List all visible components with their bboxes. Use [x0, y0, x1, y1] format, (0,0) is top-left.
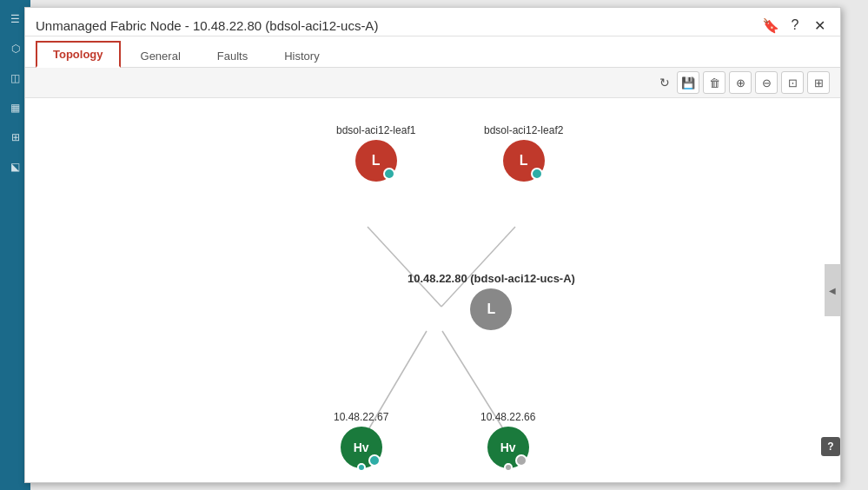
node-host1-label: 10.48.22.67 [334, 411, 388, 423]
node-host2-badge [515, 454, 527, 467]
node-leaf2-label: bdsol-aci12-leaf2 [484, 124, 563, 136]
tabs-bar: Topology General Faults History [25, 40, 840, 68]
node-host1-letter: Hv [354, 440, 369, 454]
node-leaf1[interactable]: bdsol-aci12-leaf1 L [336, 124, 415, 182]
node-leaf1-label: bdsol-aci12-leaf1 [336, 124, 415, 136]
title-bar: Unmanaged Fabric Node - 10.48.22.80 (bds… [25, 8, 840, 36]
fit-button[interactable]: ⊞ [807, 71, 830, 94]
title-bar-left: Unmanaged Fabric Node - 10.48.22.80 (bds… [36, 18, 378, 33]
topology-area: bdsol-aci12-leaf1 L bdsol-aci12-leaf2 L … [25, 98, 840, 482]
main-dialog: Unmanaged Fabric Node - 10.48.22.80 (bds… [24, 7, 841, 483]
dialog-title: Unmanaged Fabric Node - 10.48.22.80 (bds… [36, 18, 378, 33]
node-ucs-label: 10.48.22.80 (bdsol-aci12-ucs-A) [407, 272, 575, 285]
side-scroll-arrow[interactable]: ◀ [825, 264, 840, 316]
zoom-reset-button[interactable]: ⊡ [781, 71, 804, 94]
node-leaf2-circle: L [503, 140, 545, 182]
node-host2[interactable]: 10.48.22.66 Hv [480, 411, 535, 468]
node-leaf1-badge [383, 168, 395, 180]
close-button[interactable]: ✕ [809, 15, 830, 36]
refresh-icon[interactable]: ↻ [659, 76, 670, 89]
toolbar: ↻ 💾 🗑 ⊕ ⊖ ⊡ ⊞ [25, 68, 840, 98]
node-host1-circle: Hv [341, 427, 382, 468]
toolbar-right: 💾 🗑 ⊕ ⊖ ⊡ ⊞ [677, 71, 830, 94]
node-host1-badge [368, 454, 381, 467]
node-host1-dot [357, 463, 366, 472]
tab-faults[interactable]: Faults [201, 43, 264, 68]
node-ucs-circle: L [470, 288, 512, 330]
tab-history[interactable]: History [268, 43, 335, 68]
zoom-in-button[interactable]: ⊕ [729, 71, 752, 94]
node-leaf2-badge [531, 168, 543, 180]
node-host2-circle: Hv [487, 427, 529, 468]
delete-toolbar-button[interactable]: 🗑 [703, 71, 726, 94]
title-bar-right: 🔖 ? ✕ [760, 15, 830, 36]
node-leaf2[interactable]: bdsol-aci12-leaf2 L [484, 124, 563, 182]
tab-general[interactable]: General [124, 43, 197, 68]
help-button[interactable]: ? [785, 15, 805, 36]
bookmark-button[interactable]: 🔖 [760, 15, 781, 36]
help-bubble[interactable]: ? [821, 437, 840, 456]
node-host2-label: 10.48.22.66 [480, 411, 535, 423]
save-toolbar-button[interactable]: 💾 [677, 71, 699, 94]
node-leaf2-letter: L [520, 153, 528, 169]
node-leaf1-circle: L [355, 140, 397, 182]
tab-topology[interactable]: Topology [36, 41, 121, 68]
node-ucs[interactable]: 10.48.22.80 (bdsol-aci12-ucs-A) L [407, 272, 575, 330]
zoom-out-button[interactable]: ⊖ [755, 71, 778, 94]
node-host2-letter: Hv [500, 440, 516, 454]
node-host1[interactable]: 10.48.22.67 Hv [334, 411, 388, 468]
node-ucs-letter: L [487, 301, 496, 317]
node-leaf1-letter: L [372, 153, 381, 169]
node-host2-dot [504, 463, 513, 472]
